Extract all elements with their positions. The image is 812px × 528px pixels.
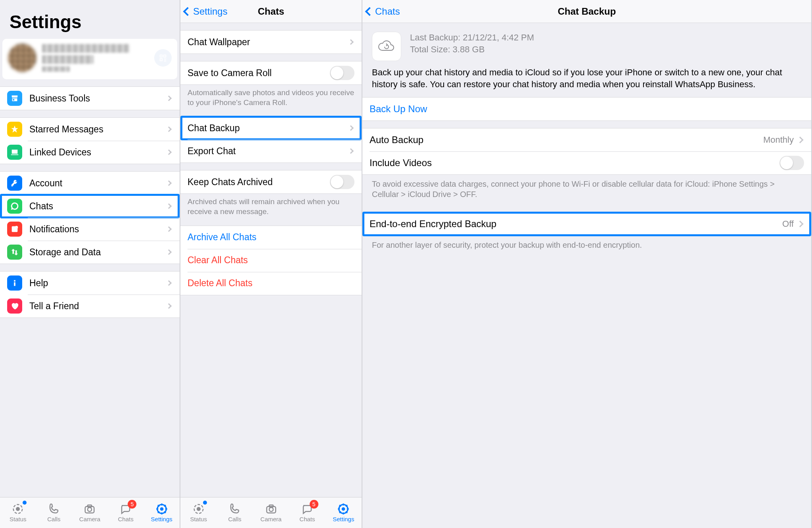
svg-point-6 bbox=[88, 507, 92, 511]
row-label: Keep Chats Archived bbox=[188, 177, 330, 187]
row-label: Chat Wallpaper bbox=[188, 37, 349, 48]
cloud-backup-icon bbox=[372, 32, 401, 61]
star-icon bbox=[7, 122, 22, 137]
back-button[interactable]: Settings bbox=[184, 6, 228, 17]
row-label: Chat Backup bbox=[188, 123, 349, 134]
tab-calls[interactable]: Calls bbox=[216, 497, 253, 528]
whatsapp-icon bbox=[7, 199, 22, 214]
tab-status[interactable]: Status bbox=[180, 497, 216, 528]
toggle-switch[interactable] bbox=[330, 66, 354, 80]
row-label: Notifications bbox=[29, 224, 167, 235]
sidebar-item-notifications[interactable]: Notifications bbox=[0, 218, 180, 241]
gear-icon bbox=[337, 503, 350, 515]
archive-all-chats-row[interactable]: Archive All Chats bbox=[180, 226, 362, 249]
row-label: Account bbox=[29, 178, 167, 189]
unread-dot bbox=[23, 501, 27, 505]
sidebar-item-tell-a-friend[interactable]: Tell a Friend bbox=[0, 295, 180, 318]
e2e-encrypted-backup-row[interactable]: End-to-end Encrypted Backup Off bbox=[362, 212, 811, 235]
section-footer: For another layer of security, protect y… bbox=[362, 236, 811, 253]
chevron-right-icon bbox=[166, 280, 172, 286]
row-label: Linked Devices bbox=[29, 147, 167, 158]
auto-backup-row[interactable]: Auto Backup Monthly bbox=[362, 128, 811, 151]
sidebar-item-account[interactable]: Account bbox=[0, 172, 180, 195]
chevron-right-icon bbox=[166, 149, 172, 155]
svg-point-24 bbox=[342, 507, 345, 511]
tab-settings[interactable]: Settings bbox=[326, 497, 362, 528]
keep-archived-row[interactable]: Keep Chats Archived bbox=[180, 170, 362, 193]
row-label: Storage and Data bbox=[29, 247, 167, 258]
chevron-right-icon bbox=[348, 125, 354, 131]
chevron-left-icon bbox=[183, 7, 192, 16]
chevron-right-icon bbox=[797, 221, 804, 228]
sidebar-item-business-tools[interactable]: Business Tools bbox=[0, 87, 180, 110]
profile-row[interactable] bbox=[2, 39, 177, 79]
navbar: Settings Chats bbox=[180, 0, 362, 23]
row-label: Archive All Chats bbox=[188, 232, 354, 243]
chevron-right-icon bbox=[166, 203, 172, 209]
sidebar-item-storage-and-data[interactable]: Storage and Data bbox=[0, 241, 180, 264]
navbar-title: Chats bbox=[258, 6, 284, 17]
tab-chats[interactable]: 5 Chats bbox=[289, 497, 325, 528]
store-icon bbox=[7, 91, 22, 106]
backup-info: Last Backup: 21/12/21, 4:42 PM Total Siz… bbox=[410, 32, 534, 55]
total-size-value: 3.88 GB bbox=[453, 44, 485, 54]
chat-wallpaper-row[interactable]: Chat Wallpaper bbox=[180, 31, 362, 54]
back-up-now-row[interactable]: Back Up Now bbox=[362, 98, 811, 121]
qr-code-button[interactable] bbox=[154, 49, 172, 67]
tab-camera[interactable]: Camera bbox=[253, 497, 289, 528]
svg-point-9 bbox=[160, 507, 163, 511]
navbar: Chats Chat Backup bbox=[362, 0, 811, 23]
row-label: Back Up Now bbox=[370, 103, 804, 115]
chat-backup-row[interactable]: Chat Backup bbox=[180, 117, 362, 140]
save-camera-roll-row[interactable]: Save to Camera Roll bbox=[180, 61, 362, 84]
row-label: Save to Camera Roll bbox=[188, 68, 330, 78]
svg-rect-2 bbox=[14, 280, 15, 282]
arrows-up-down-icon bbox=[7, 245, 22, 260]
profile-name-pixelated bbox=[42, 44, 154, 72]
export-chat-row[interactable]: Export Chat bbox=[180, 140, 362, 163]
phone-icon bbox=[228, 503, 241, 515]
tab-status[interactable]: Status bbox=[0, 497, 36, 528]
chevron-right-icon bbox=[166, 96, 172, 101]
delete-all-chats-row[interactable]: Delete All Chats bbox=[180, 272, 362, 295]
toggle-switch[interactable] bbox=[330, 175, 354, 189]
gear-icon bbox=[155, 503, 169, 515]
backup-header: Last Backup: 21/12/21, 4:42 PM Total Siz… bbox=[362, 23, 811, 67]
toggle-switch[interactable] bbox=[779, 156, 804, 170]
navbar-title: Chat Backup bbox=[558, 6, 616, 17]
section-footer: To avoid excessive data charges, connect… bbox=[362, 175, 811, 202]
row-label: Include Videos bbox=[370, 157, 779, 168]
row-label: Help bbox=[29, 278, 167, 289]
tab-settings[interactable]: Settings bbox=[144, 497, 180, 528]
tab-bar: Status Calls Camera 5 Chats Settings bbox=[0, 497, 180, 528]
last-backup-value: 21/12/21, 4:42 PM bbox=[463, 33, 534, 42]
include-videos-row[interactable]: Include Videos bbox=[362, 151, 811, 174]
sidebar-item-linked-devices[interactable]: Linked Devices bbox=[0, 141, 180, 164]
settings-screen: Settings Business Tools bbox=[0, 0, 180, 528]
tab-calls[interactable]: Calls bbox=[36, 497, 72, 528]
page-title: Settings bbox=[0, 0, 180, 39]
svg-point-21 bbox=[269, 507, 273, 511]
chevron-left-icon bbox=[365, 7, 374, 16]
clear-all-chats-row[interactable]: Clear All Chats bbox=[180, 249, 362, 272]
svg-point-4 bbox=[16, 507, 20, 511]
back-button[interactable]: Chats bbox=[366, 6, 400, 17]
sidebar-item-starred-messages[interactable]: Starred Messages bbox=[0, 118, 180, 141]
sidebar-item-help[interactable]: Help bbox=[0, 272, 180, 295]
chat-backup-screen: Chats Chat Backup Last Backup: 21/12/21,… bbox=[362, 0, 812, 528]
app-badge-icon bbox=[7, 222, 22, 237]
heart-icon bbox=[7, 298, 22, 314]
chevron-right-icon bbox=[166, 180, 172, 186]
chevron-right-icon bbox=[348, 148, 354, 154]
camera-icon bbox=[83, 503, 96, 515]
tab-camera[interactable]: Camera bbox=[72, 497, 108, 528]
row-label: Auto Backup bbox=[370, 134, 763, 145]
sidebar-item-chats[interactable]: Chats bbox=[0, 195, 180, 218]
unread-dot bbox=[203, 501, 207, 505]
chevron-right-icon bbox=[166, 226, 172, 232]
tab-chats[interactable]: 5 Chats bbox=[108, 497, 144, 528]
tab-bar: Status Calls Camera 5 Chats Settings bbox=[180, 497, 362, 528]
badge: 5 bbox=[128, 500, 136, 509]
svg-point-19 bbox=[197, 507, 201, 511]
svg-rect-1 bbox=[14, 282, 15, 286]
